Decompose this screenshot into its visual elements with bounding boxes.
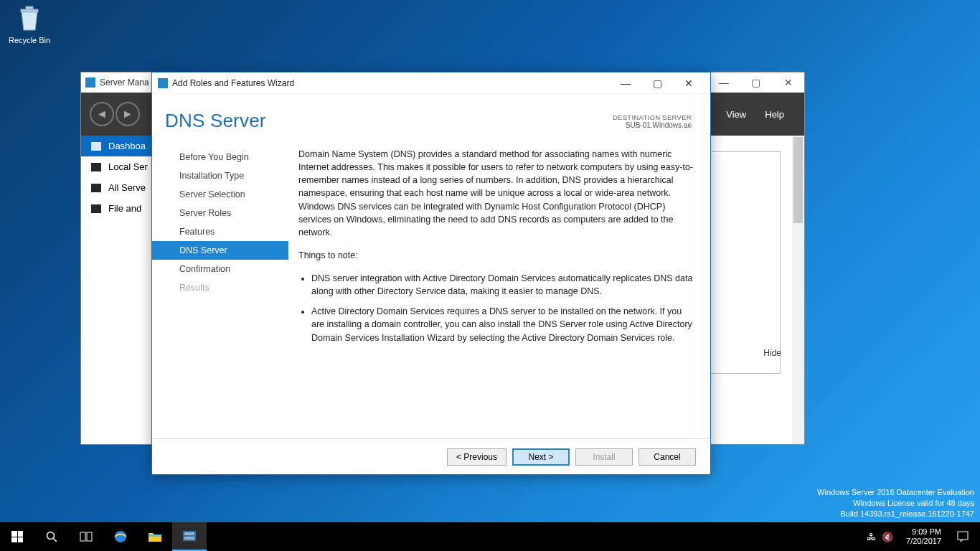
recycle-bin-icon [14, 3, 44, 33]
server-manager-icon [85, 77, 95, 88]
task-view-button[interactable] [69, 522, 103, 551]
wizard-title: Add Roles and Features Wizard [172, 78, 294, 88]
wizard-close-button[interactable]: ✕ [673, 72, 705, 94]
server-manager-title: Server Mana [100, 77, 149, 88]
wizard-footer: < Previous Next > Install Cancel [152, 438, 710, 474]
hide-link[interactable]: Hide [763, 348, 781, 358]
taskbar: 🖧 🔇 9:09 PM 7/20/2017 [0, 522, 980, 551]
maximize-button[interactable]: ▢ [740, 72, 772, 93]
svg-point-6 [115, 531, 126, 542]
step-server-roles[interactable]: Server Roles [171, 204, 288, 222]
network-icon[interactable]: 🖧 [867, 532, 876, 542]
svg-rect-11 [958, 532, 968, 540]
volume-icon[interactable]: 🔇 [882, 532, 893, 542]
svg-line-3 [54, 539, 57, 542]
windows-icon [11, 531, 23, 542]
wizard-content: Domain Name System (DNS) provides a stan… [288, 143, 710, 438]
task-view-icon [80, 532, 93, 542]
previous-button[interactable]: < Previous [447, 448, 507, 466]
step-results: Results [171, 278, 288, 297]
start-button[interactable] [0, 522, 34, 551]
page-title: DNS Server [165, 110, 266, 132]
nav-forward-button[interactable]: ► [116, 102, 140, 126]
menu-view[interactable]: View [726, 109, 746, 120]
taskbar-explorer[interactable] [138, 522, 172, 551]
svg-point-2 [47, 532, 55, 540]
step-server-selection[interactable]: Server Selection [171, 185, 288, 204]
dns-description: Domain Name System (DNS) provides a stan… [298, 148, 693, 239]
svg-rect-4 [80, 532, 85, 541]
search-icon [46, 531, 57, 542]
close-button[interactable]: ✕ [772, 72, 804, 93]
wizard-icon [158, 78, 168, 88]
things-to-note-heading: Things to note: [298, 249, 693, 262]
svg-rect-5 [87, 532, 92, 541]
svg-rect-10 [184, 537, 194, 540]
note-bullet: Active Directory Domain Services require… [311, 305, 693, 344]
svg-rect-0 [21, 9, 38, 12]
step-installation-type[interactable]: Installation Type [171, 166, 288, 185]
svg-rect-9 [184, 532, 194, 535]
wizard-steps: Before You Begin Installation Type Serve… [152, 143, 288, 438]
minimize-button[interactable]: — [707, 72, 740, 93]
recycle-bin-label: Recycle Bin [4, 36, 55, 44]
wizard-maximize-button[interactable]: ▢ [641, 72, 673, 94]
scrollbar-thumb[interactable] [793, 137, 803, 223]
taskbar-clock[interactable]: 9:09 PM 7/20/2017 [899, 527, 948, 546]
scrollbar[interactable] [792, 136, 804, 444]
taskbar-ie[interactable] [103, 522, 138, 551]
wizard-minimize-button[interactable]: — [610, 72, 641, 94]
nav-back-button[interactable]: ◄ [90, 102, 114, 126]
svg-rect-7 [149, 534, 161, 537]
wizard-titlebar[interactable]: Add Roles and Features Wizard — ▢ ✕ [152, 72, 710, 94]
menu-help[interactable]: Help [765, 109, 784, 120]
system-tray[interactable]: 🖧 🔇 [861, 532, 899, 542]
add-roles-wizard-window: Add Roles and Features Wizard — ▢ ✕ DNS … [151, 72, 711, 475]
note-bullet: DNS server integration with Active Direc… [311, 272, 693, 298]
step-features[interactable]: Features [171, 222, 288, 241]
step-confirmation[interactable]: Confirmation [171, 260, 288, 278]
dashboard-icon [91, 142, 101, 151]
desktop-watermark: Windows Server 2016 Datacenter Evaluatio… [817, 487, 974, 519]
step-before-you-begin[interactable]: Before You Begin [171, 148, 288, 166]
search-button[interactable] [34, 522, 69, 551]
recycle-bin[interactable]: Recycle Bin [4, 3, 55, 44]
action-center-button[interactable] [948, 522, 977, 551]
svg-rect-1 [26, 6, 33, 9]
destination-server: DESTINATION SERVER SUB-01.Windows.ae [613, 113, 692, 129]
install-button: Install [575, 448, 633, 466]
local-server-icon [91, 163, 101, 171]
folder-icon [148, 531, 162, 542]
action-center-icon [957, 531, 969, 542]
taskbar-server-manager[interactable] [172, 522, 207, 551]
server-manager-taskbar-icon [182, 530, 197, 542]
ie-icon [113, 529, 128, 544]
next-button[interactable]: Next > [512, 448, 570, 466]
file-storage-icon [91, 204, 101, 213]
step-dns-server[interactable]: DNS Server [152, 241, 288, 260]
cancel-button[interactable]: Cancel [639, 448, 696, 466]
all-servers-icon [91, 184, 101, 192]
